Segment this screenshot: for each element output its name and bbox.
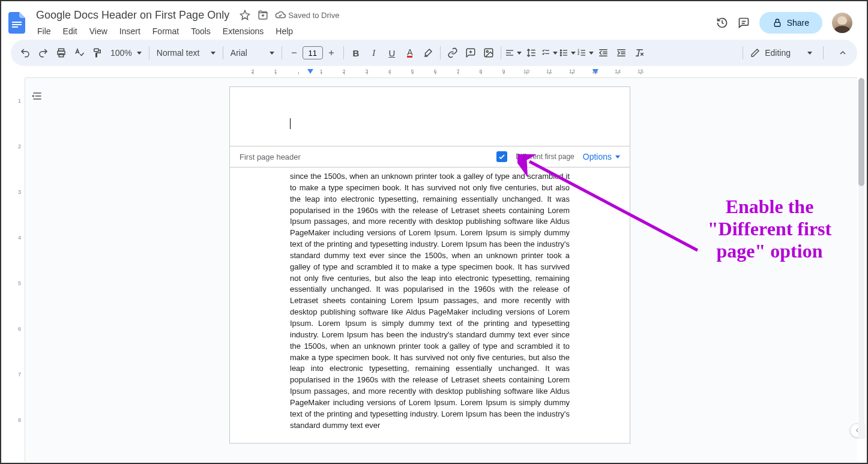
insert-comment-button[interactable] [462, 44, 479, 61]
menu-view[interactable]: View [85, 24, 112, 38]
right-indent-marker[interactable] [592, 69, 598, 74]
document-body-text[interactable]: since the 1500s, when an unknown printer… [230, 167, 630, 443]
svg-rect-5 [774, 22, 780, 26]
indent-increase-button[interactable] [613, 44, 630, 61]
header-zone-label: First page header [240, 152, 301, 161]
undo-button[interactable] [17, 44, 34, 61]
menu-edit[interactable]: Edit [58, 24, 82, 38]
move-icon[interactable] [257, 9, 269, 21]
chevron-down-icon [571, 52, 576, 55]
share-button[interactable]: Share [759, 12, 822, 34]
menu-help[interactable]: Help [271, 24, 298, 38]
menu-insert[interactable]: Insert [115, 24, 145, 38]
italic-button[interactable]: I [366, 44, 382, 61]
svg-point-27 [560, 55, 561, 56]
svg-rect-9 [94, 49, 99, 52]
align-button[interactable] [505, 44, 522, 61]
menu-tools[interactable]: Tools [186, 24, 215, 38]
font-select[interactable]: Arial [227, 48, 278, 58]
svg-rect-0 [12, 22, 22, 23]
save-status-label: Saved to Drive [288, 11, 339, 20]
vertical-scrollbar[interactable] [858, 78, 864, 439]
check-icon [498, 152, 506, 161]
font-size-increase[interactable] [323, 44, 340, 61]
lock-icon [773, 18, 782, 28]
document-title[interactable]: Google Docs Header on First Page Only [32, 8, 233, 23]
bullet-list-button[interactable] [559, 44, 576, 61]
header-zone[interactable] [230, 87, 630, 146]
outline-toggle-button[interactable] [29, 88, 46, 104]
menu-extensions[interactable]: Extensions [218, 24, 268, 38]
menu-file[interactable]: File [32, 24, 56, 38]
font-size-input[interactable]: 11 [303, 46, 323, 59]
chevron-down-icon [807, 52, 812, 55]
different-first-page-label[interactable]: Different first page [516, 152, 574, 161]
vertical-ruler[interactable]: 12345678910111213 [7, 78, 25, 462]
star-icon[interactable] [239, 9, 251, 21]
account-avatar[interactable] [832, 13, 852, 33]
svg-rect-2 [12, 26, 18, 28]
print-button[interactable] [53, 44, 70, 61]
chevron-down-icon [589, 52, 594, 55]
chevron-down-icon [270, 52, 274, 55]
clear-formatting-button[interactable] [631, 44, 648, 61]
paint-format-button[interactable] [89, 44, 106, 61]
svg-point-50 [33, 95, 34, 97]
text-cursor [290, 118, 291, 129]
menu-format[interactable]: Format [148, 24, 184, 38]
menu-bar: File Edit View Insert Format Tools Exten… [32, 24, 716, 38]
chevron-down-icon [553, 52, 558, 55]
chevron-down-icon [137, 52, 142, 55]
font-size-decrease[interactable] [286, 44, 303, 61]
chevron-down-icon [615, 155, 620, 158]
insert-image-button[interactable] [480, 44, 497, 61]
horizontal-ruler[interactable]: 21123456789101112131415 [25, 68, 857, 78]
left-indent-marker[interactable] [307, 69, 313, 74]
svg-point-26 [560, 52, 561, 53]
underline-button[interactable]: U [384, 44, 400, 61]
share-label: Share [787, 18, 809, 28]
history-icon[interactable] [716, 17, 728, 29]
text-color-button[interactable]: A [402, 44, 418, 61]
spellcheck-button[interactable] [71, 44, 88, 61]
toolbar: 100% Normal text Arial 11 B I U A 12 [11, 40, 857, 66]
document-canvas[interactable]: First page header Different first page O… [25, 78, 857, 462]
indent-decrease-button[interactable] [595, 44, 612, 61]
annotation-text: Enable the "Different first page" option [686, 196, 854, 262]
save-status: Saved to Drive [275, 10, 339, 20]
highlight-button[interactable] [420, 44, 436, 61]
bold-button[interactable]: B [348, 44, 364, 61]
line-spacing-button[interactable] [523, 44, 540, 61]
numbered-list-button[interactable]: 12 [577, 44, 594, 61]
comment-icon[interactable] [738, 17, 750, 29]
page[interactable]: First page header Different first page O… [229, 86, 630, 444]
insert-link-button[interactable] [444, 44, 461, 61]
svg-text:2: 2 [577, 52, 579, 55]
header-toolbar: First page header Different first page O… [230, 146, 630, 167]
checklist-button[interactable] [541, 44, 558, 61]
collapse-toolbar-button[interactable] [834, 44, 851, 61]
svg-rect-1 [12, 24, 22, 25]
svg-point-25 [560, 50, 561, 51]
header-options-button[interactable]: Options [583, 152, 620, 161]
editing-mode-button[interactable]: Editing [733, 43, 833, 63]
scrollbar-thumb[interactable] [858, 78, 864, 186]
pencil-icon [750, 48, 760, 58]
chevron-down-icon [211, 52, 215, 55]
redo-button[interactable] [35, 44, 52, 61]
paragraph-style-select[interactable]: Normal text [153, 48, 219, 58]
chevron-down-icon [517, 52, 522, 55]
svg-point-16 [486, 50, 488, 52]
zoom-select[interactable]: 100% [107, 48, 145, 58]
docs-logo[interactable] [6, 10, 28, 36]
different-first-page-checkbox[interactable] [496, 151, 507, 162]
